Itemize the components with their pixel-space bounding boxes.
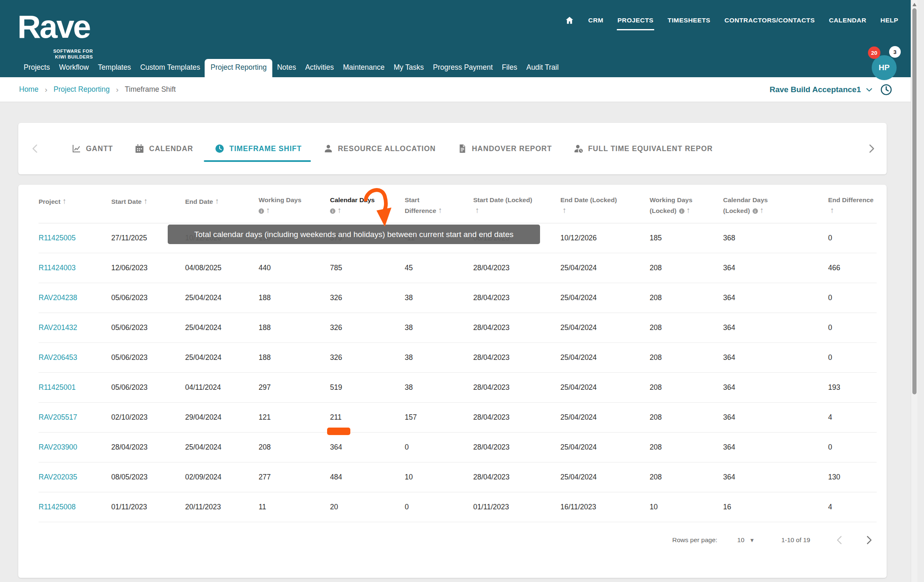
column-header-line: Working Days — [259, 196, 326, 205]
sort-arrow-icon[interactable]: ↑ — [475, 206, 479, 215]
top-nav-help[interactable]: HELP — [880, 17, 898, 24]
project-link[interactable]: R11425005 — [39, 234, 76, 242]
next-page-icon[interactable] — [863, 535, 874, 545]
breadcrumb-project-reporting[interactable]: Project Reporting — [54, 85, 110, 94]
column-header-start-date-locked[interactable]: Start Date (Locked)↑ — [473, 196, 560, 216]
column-header-calendar-days-locked[interactable]: Calendar Days(Locked)i↑ — [723, 196, 828, 216]
secondary-badge[interactable]: 3 — [889, 46, 901, 58]
column-header-line: End Date↑ — [185, 196, 254, 207]
column-header-end-difference[interactable]: End Difference↑ — [828, 196, 877, 216]
top-nav-timesheets[interactable]: TIMESHEETS — [667, 17, 710, 24]
column-header-start-difference[interactable]: StartDifference↑ — [405, 196, 473, 216]
tab-full-time-equivalent-repor[interactable]: FULL TIME EQUIVALENT REPOR — [574, 123, 713, 174]
column-header-label: Calendar Days — [723, 196, 768, 203]
sub-nav-maintenance[interactable]: Maintenance — [338, 59, 389, 77]
brand-logo[interactable]: Rave SOFTWARE FOR KIWI BUILDERS — [17, 7, 93, 60]
tabs-scroll-left-icon[interactable] — [30, 143, 41, 154]
info-icon[interactable]: i — [753, 208, 758, 214]
tab-gantt[interactable]: GANTT — [71, 123, 113, 174]
table-cell: 04/08/2025 — [185, 264, 259, 272]
table-cell: 25/04/2024 — [185, 323, 259, 332]
sort-arrow-icon[interactable]: ↑ — [63, 197, 67, 205]
sort-arrow-icon[interactable]: ↑ — [830, 206, 834, 215]
sub-nav-audit-trail[interactable]: Audit Trail — [522, 59, 563, 77]
column-header-working-days[interactable]: Working Daysi↑ — [259, 196, 330, 216]
sub-nav-notes[interactable]: Notes — [272, 59, 301, 77]
column-header-project[interactable]: Project↑ — [39, 196, 111, 207]
avatar[interactable]: HP — [872, 55, 897, 80]
context-selector[interactable]: Rave Build Acceptance1 — [770, 85, 873, 94]
table-cell: 484 — [330, 473, 405, 482]
table-cell: 05/06/2023 — [111, 293, 185, 302]
column-header-label: Project — [39, 198, 61, 205]
project-link[interactable]: RAV205517 — [39, 413, 77, 421]
table-row: RAV20645305/06/202325/04/20241883263828/… — [39, 343, 877, 373]
table-cell: 38 — [405, 353, 473, 362]
table-cell: 121 — [259, 413, 330, 422]
project-link[interactable]: R11425001 — [39, 383, 76, 391]
project-link[interactable]: RAV203900 — [39, 443, 77, 451]
sub-nav-templates[interactable]: Templates — [93, 59, 136, 77]
project-link[interactable]: R11424003 — [39, 264, 76, 272]
sort-arrow-icon[interactable]: ↑ — [760, 206, 764, 215]
breadcrumb-home[interactable]: Home — [19, 85, 39, 94]
tab-timeframe-shift[interactable]: TIMEFRAME SHIFT — [215, 123, 301, 174]
project-link[interactable]: RAV206453 — [39, 353, 77, 362]
table-cell: 364 — [723, 413, 828, 422]
column-header-calendar-days[interactable]: Calendar Daysi↑ — [330, 196, 405, 216]
sub-nav-activities[interactable]: Activities — [301, 59, 338, 77]
tab-handover-report[interactable]: HANDOVER REPORT — [457, 123, 552, 174]
project-link[interactable]: RAV202035 — [39, 473, 77, 481]
column-header-line: End Date (Locked) — [560, 196, 645, 205]
table-cell: 157 — [405, 413, 473, 422]
top-nav-projects[interactable]: PROJECTS — [618, 17, 654, 24]
column-header-end-date-locked[interactable]: End Date (Locked)↑ — [560, 196, 650, 216]
column-header-end-date[interactable]: End Date↑ — [185, 196, 259, 207]
top-nav-crm[interactable]: CRM — [588, 17, 604, 24]
sort-arrow-icon[interactable]: ↑ — [337, 206, 342, 215]
table-cell: 25/04/2024 — [185, 293, 259, 302]
notification-badge[interactable]: 20 — [868, 46, 880, 59]
column-header-working-days-locked[interactable]: Working Days(Locked)i↑ — [650, 196, 723, 216]
sub-nav-custom-templates[interactable]: Custom Templates — [136, 59, 205, 77]
scrollbar[interactable] — [911, 0, 917, 582]
sub-nav-workflow[interactable]: Workflow — [54, 59, 93, 77]
column-header-label: Calendar Days — [330, 196, 375, 203]
sub-nav-files[interactable]: Files — [497, 59, 522, 77]
history-clock-icon[interactable] — [880, 83, 892, 96]
project-link[interactable]: RAV204238 — [39, 293, 77, 302]
sort-arrow-icon[interactable]: ↑ — [438, 206, 442, 215]
rows-per-page-select[interactable]: 10 ▼ — [737, 536, 755, 544]
sub-nav-project-reporting[interactable]: Project Reporting — [205, 59, 272, 77]
column-header-line: ↑ — [828, 205, 873, 216]
top-nav-calendar[interactable]: CALENDAR — [829, 17, 866, 24]
tab-resource-allocation[interactable]: RESOURCE ALLOCATION — [323, 123, 436, 174]
project-link[interactable]: R11425008 — [39, 503, 76, 511]
sub-nav-projects[interactable]: Projects — [19, 59, 54, 77]
table-cell: 25/04/2024 — [560, 443, 650, 452]
tabs-scroll-right-icon[interactable] — [866, 143, 877, 154]
scrollbar-thumb[interactable] — [912, 8, 917, 394]
previous-page-icon[interactable] — [834, 535, 845, 545]
sort-arrow-icon[interactable]: ↑ — [215, 197, 219, 205]
column-header-start-date[interactable]: Start Date↑ — [111, 196, 185, 207]
sort-arrow-icon[interactable]: ↑ — [687, 206, 691, 215]
scrollbar-up-icon[interactable] — [912, 3, 917, 6]
info-icon[interactable]: i — [259, 208, 264, 214]
sort-arrow-icon[interactable]: ↑ — [144, 197, 148, 205]
info-icon[interactable]: i — [330, 208, 335, 214]
column-header-label: End Date — [185, 198, 213, 205]
sub-nav-progress-payment[interactable]: Progress Payment — [428, 59, 497, 77]
project-cell: R11425005 — [39, 234, 111, 242]
table-cell: 364 — [723, 383, 828, 392]
sub-nav-my-tasks[interactable]: My Tasks — [389, 59, 428, 77]
sort-arrow-icon[interactable]: ↑ — [266, 206, 270, 215]
home-icon[interactable] — [565, 16, 574, 25]
tab-calendar[interactable]: CALENDAR — [134, 123, 193, 174]
brand-tagline-line1: SOFTWARE FOR — [17, 48, 93, 54]
sort-arrow-icon[interactable]: ↑ — [562, 206, 567, 215]
info-icon[interactable]: i — [679, 208, 684, 214]
table-cell: 130 — [828, 473, 877, 482]
top-nav-contractors-contacts[interactable]: CONTRACTORS/CONTACTS — [724, 17, 815, 24]
project-link[interactable]: RAV201432 — [39, 323, 77, 332]
